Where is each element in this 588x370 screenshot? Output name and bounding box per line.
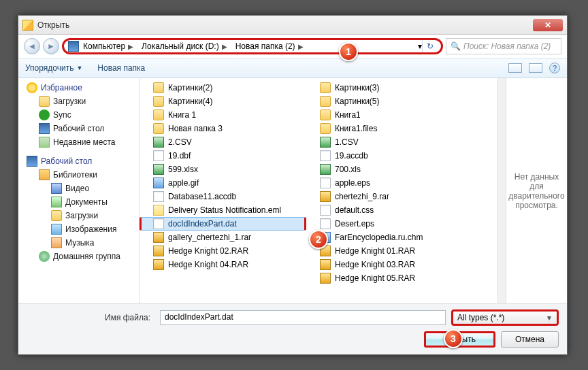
file-item[interactable]: Новая папка 3	[140, 122, 306, 135]
sidebar-item[interactable]: Музыка	[24, 236, 139, 250]
folder-icon	[51, 210, 62, 221]
file-label: 1.CSV	[335, 137, 359, 147]
pic-icon	[51, 224, 62, 235]
file-item[interactable]: Книга 1	[140, 108, 306, 122]
view-mode-button[interactable]	[508, 63, 522, 73]
preview-pane-button[interactable]	[529, 63, 542, 73]
file-label: 19.dbf	[168, 151, 191, 161]
file-item[interactable]: gallery_chertezhi_1.rar	[140, 231, 306, 244]
close-button[interactable]: ✕	[533, 19, 563, 31]
file-item[interactable]: Книга1	[306, 108, 473, 122]
sidebar-item[interactable]: Загрузки	[24, 95, 139, 108]
gif-icon	[153, 178, 164, 188]
filetype-combo[interactable]: All types (*.*)▼	[451, 309, 559, 326]
sidebar-item[interactable]: Документы	[24, 195, 139, 209]
address-bar[interactable]: Компьютер▶ Локальный диск (D:)▶ Новая па…	[62, 38, 443, 54]
sidebar-item[interactable]: Библиотеки	[24, 168, 139, 182]
sidebar-item-label: Документы	[65, 197, 108, 207]
help-button[interactable]: ?	[549, 63, 560, 73]
file-item[interactable]: 19.accdb	[306, 149, 473, 163]
file-label: Hedge Knight 04.RAR	[168, 260, 248, 269]
xls-icon	[320, 164, 331, 175]
file-label: Hedge Knight 05.RAR	[335, 273, 415, 283]
sidebar-item[interactable]: Sync	[24, 108, 139, 122]
titlebar: Открыть ✕	[18, 16, 567, 35]
organize-menu[interactable]: Упорядочить ▼	[25, 63, 82, 73]
file-item[interactable]: Картинки(4)	[140, 95, 306, 108]
file-item[interactable]: default.css	[306, 203, 473, 217]
folder-icon	[320, 96, 331, 107]
file-label: Книга1.files	[335, 124, 377, 133]
page-icon	[320, 218, 331, 229]
file-label: Новая папка 3	[168, 124, 223, 133]
file-item[interactable]: Hedge Knight 03.RAR	[306, 258, 473, 271]
file-item[interactable]: Database11.accdb	[140, 190, 306, 203]
sidebar-item[interactable]: Загрузки	[24, 209, 139, 222]
chevron-right-icon: ▶	[128, 43, 133, 50]
search-input[interactable]: 🔍 Поиск: Новая папка (2)	[446, 38, 561, 54]
sidebar-item-label: Загрузки	[53, 97, 86, 106]
xls-icon	[320, 137, 331, 148]
scrollbar[interactable]	[497, 78, 506, 303]
sidebar-item[interactable]: Изображения	[24, 222, 139, 236]
computer-icon	[68, 41, 79, 52]
cancel-button[interactable]: Отмена	[501, 331, 559, 348]
file-item[interactable]: FarEncyclopedia.ru.chm	[306, 231, 473, 244]
sidebar-desktop[interactable]: Рабочий стол	[24, 154, 139, 168]
refresh-button[interactable]: ↻	[422, 40, 437, 52]
rar-icon	[153, 246, 164, 256]
file-item[interactable]: 700.xls	[306, 163, 473, 176]
file-item[interactable]: Hedge Knight 05.RAR	[306, 271, 473, 285]
bottom-panel: Имя файла: docIdIndexPart.dat All types …	[18, 304, 567, 354]
xls-icon	[153, 137, 164, 148]
arrow-right-icon: ►	[47, 41, 55, 51]
arrow-left-icon: ◄	[28, 41, 36, 51]
file-item[interactable]: Картинки(5)	[306, 95, 473, 108]
page-icon	[320, 150, 331, 161]
sidebar-item-label: Музыка	[65, 238, 94, 248]
sidebar-item[interactable]: Домашняя группа	[24, 250, 139, 263]
doc-icon	[51, 197, 62, 207]
open-dialog: Открыть ✕ ◄ ► Компьютер▶ Локальный диск …	[18, 15, 568, 355]
file-item[interactable]: chertezhi_9.rar	[306, 190, 473, 203]
file-label: Hedge Knight 01.RAR	[335, 246, 415, 256]
file-item[interactable]: Hedge Knight 01.RAR	[306, 244, 473, 258]
file-item[interactable]: Hedge Knight 04.RAR	[140, 258, 306, 271]
window-title: Открыть	[37, 20, 533, 30]
sidebar-favorites[interactable]: Избранное	[24, 81, 139, 95]
file-label: Hedge Knight 02.RAR	[168, 246, 248, 256]
folder-icon	[153, 96, 164, 107]
sidebar-item[interactable]: Рабочий стол	[24, 122, 139, 135]
file-item[interactable]: apple.gif	[140, 176, 306, 190]
file-item[interactable]: 19.dbf	[140, 149, 306, 163]
filename-input[interactable]: docIdIndexPart.dat	[160, 310, 446, 325]
sidebar-item[interactable]: Видео	[24, 182, 139, 195]
file-item[interactable]: Desert.eps	[306, 217, 473, 231]
file-label: gallery_chertezhi_1.rar	[168, 233, 251, 242]
file-item[interactable]: Книга1.files	[306, 122, 473, 135]
nav-forward-button[interactable]: ►	[43, 38, 59, 54]
nav-back-button[interactable]: ◄	[24, 38, 40, 54]
sidebar-item-label: Изображения	[65, 224, 116, 234]
preview-pane: Нет данных для дварительного просмотра.	[506, 78, 567, 303]
file-label: docIdIndexPart.dat	[168, 219, 237, 229]
file-label: 19.accdb	[335, 151, 368, 161]
folder-icon	[320, 110, 331, 120]
file-item[interactable]: 1.CSV	[306, 135, 473, 149]
file-item[interactable]: Картинки(3)	[306, 81, 473, 95]
sidebar-item-label: Sync	[53, 110, 71, 120]
rar-icon	[320, 273, 331, 284]
new-folder-button[interactable]: Новая папка	[97, 63, 145, 73]
file-item[interactable]: Hedge Knight 02.RAR	[140, 244, 306, 258]
annotation-3: 3	[444, 329, 463, 348]
file-item[interactable]: apple.eps	[306, 176, 473, 190]
file-item[interactable]: docIdIndexPart.dat	[140, 217, 306, 231]
file-label: Hedge Knight 03.RAR	[335, 260, 415, 269]
file-item[interactable]: Картинки(2)	[140, 81, 306, 95]
sidebar: Избранное ЗагрузкиSyncРабочий столНедавн…	[18, 78, 140, 303]
sidebar-item-label: Загрузки	[65, 211, 98, 220]
file-item[interactable]: Delivery Status Notification.eml	[140, 203, 306, 217]
file-item[interactable]: 2.CSV	[140, 135, 306, 149]
sidebar-item[interactable]: Недавние места	[24, 135, 139, 149]
file-item[interactable]: 599.xlsx	[140, 163, 306, 176]
